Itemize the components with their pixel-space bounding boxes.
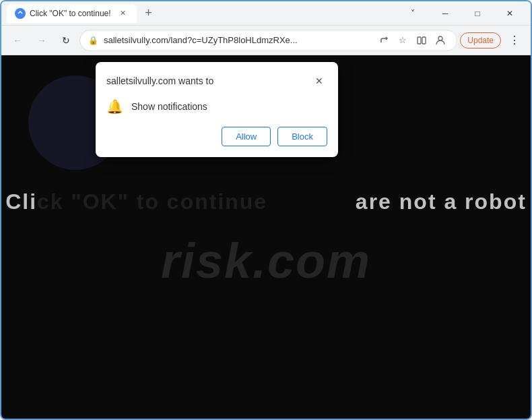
svg-rect-1 <box>418 37 421 44</box>
minimize-button[interactable]: ─ <box>430 3 461 24</box>
tab-title: Click "OK" to continue! <box>30 9 111 18</box>
collapse-button[interactable]: ˅ <box>397 3 428 24</box>
browser-tab[interactable]: Click "OK" to continue! ✕ <box>7 4 137 23</box>
reload-button[interactable]: ↻ <box>55 30 77 51</box>
tab-close-button[interactable]: ✕ <box>118 8 129 19</box>
bookmark-button[interactable]: ☆ <box>395 32 411 49</box>
dialog-title: salletsilvully.com wants to <box>106 76 213 86</box>
watermark-text: risk.com <box>5 229 527 291</box>
update-button[interactable]: Update <box>460 32 501 49</box>
forward-button[interactable]: → <box>31 30 53 51</box>
address-text: salletsilvully.com/land?c=UZyThP8loHLdmz… <box>104 35 370 45</box>
dialog-buttons: Allow Block <box>106 127 327 146</box>
split-button[interactable] <box>413 32 430 49</box>
permission-dialog: salletsilvully.com wants to ✕ 🔔 Show not… <box>96 62 338 157</box>
profile-button[interactable] <box>432 32 448 49</box>
lock-icon: 🔒 <box>88 36 98 45</box>
svg-point-3 <box>438 36 442 40</box>
permission-label: Show notifications <box>131 101 207 112</box>
tab-favicon <box>15 8 26 19</box>
close-button[interactable]: ✕ <box>494 3 525 24</box>
window-controls: ˅ ─ □ ✕ <box>397 3 525 24</box>
titlebar: Click "OK" to continue! ✕ + ˅ ─ □ ✕ <box>1 1 531 26</box>
page-headline: Click "OK" to continue are not a robot <box>5 186 527 215</box>
permission-item: 🔔 Show notifications <box>106 98 327 115</box>
dialog-close-button[interactable]: ✕ <box>311 73 327 89</box>
navigation-bar: ← → ↻ 🔒 salletsilvully.com/land?c=UZyThP… <box>1 26 531 55</box>
bell-icon: 🔔 <box>106 98 123 115</box>
new-tab-button[interactable]: + <box>139 4 158 23</box>
page-content: Click "OK" to continue are not a robot r… <box>1 55 531 420</box>
maximize-button[interactable]: □ <box>462 3 493 24</box>
dialog-header: salletsilvully.com wants to ✕ <box>106 73 327 89</box>
svg-rect-2 <box>422 37 426 44</box>
page-background-text: Click "OK" to continue are not a robot r… <box>5 186 527 291</box>
address-actions: ☆ <box>376 32 448 49</box>
tab-area: Click "OK" to continue! ✕ + <box>7 4 397 23</box>
block-button[interactable]: Block <box>277 127 327 146</box>
allow-button[interactable]: Allow <box>222 127 271 146</box>
address-bar[interactable]: 🔒 salletsilvully.com/land?c=UZyThP8loHLd… <box>79 30 457 51</box>
back-button[interactable]: ← <box>7 30 28 51</box>
share-button[interactable] <box>376 32 392 49</box>
menu-button[interactable]: ⋮ <box>504 30 525 51</box>
